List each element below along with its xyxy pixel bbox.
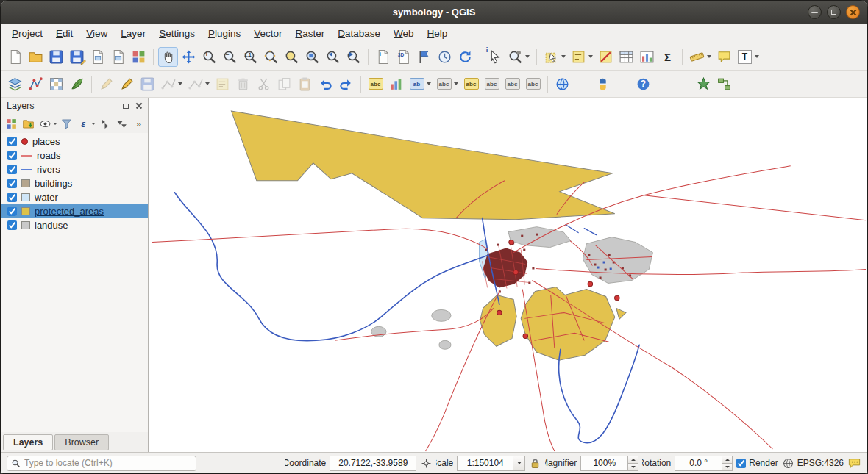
graphical-modeler-icon[interactable] [714,74,734,94]
save-project-icon[interactable] [46,47,66,67]
layer-checkbox-buildings[interactable] [7,179,17,188]
layer-labeling-icon[interactable]: abc [366,74,385,94]
layer-diagram-icon[interactable] [386,74,406,94]
highlight-pinned-labels-icon[interactable]: abc [461,74,481,94]
extents-toggle-icon[interactable] [420,457,433,470]
layer-name-places[interactable]: places [32,136,60,147]
menu-vector[interactable]: Vector [247,26,288,41]
rotation-spinbox[interactable] [675,456,733,471]
layer-name-buildings[interactable]: buildings [35,178,72,189]
map-themes-caret-icon[interactable] [53,123,57,125]
scale-dropdown-icon[interactable] [513,456,525,471]
layer-row-rivers[interactable]: rivers [1,162,148,176]
close-panel-icon[interactable] [134,101,144,111]
open-layer-styling-icon[interactable] [4,115,19,132]
labeling-options-caret-icon[interactable] [427,82,431,85]
layer-checkbox-roads[interactable] [7,151,17,160]
select-by-value-caret-icon[interactable] [588,55,593,58]
measure-icon[interactable] [687,47,707,67]
layer-name-water[interactable]: water [35,192,58,203]
coordinate-input[interactable] [330,456,416,471]
map-tips-icon[interactable] [714,47,734,67]
map-canvas[interactable] [149,98,867,452]
new-map-view-icon[interactable]: + [373,47,393,67]
close-button[interactable] [846,5,860,19]
vertex-tool-icon[interactable] [185,74,205,94]
pin-labels-caret-icon[interactable] [454,82,458,85]
rotation-up-icon[interactable] [722,456,733,464]
toolbar-overflow-icon[interactable]: » [132,118,145,129]
menu-view[interactable]: View [79,26,114,41]
help-contents-icon[interactable]: ? [633,74,653,94]
change-label-icon[interactable]: abc [523,74,543,94]
magnifier-up-icon[interactable] [627,456,638,464]
modify-attributes-icon[interactable] [213,74,232,94]
layer-row-roads[interactable]: roads [1,148,148,162]
layer-checkbox-water[interactable] [7,193,17,202]
paste-features-icon[interactable] [295,74,315,94]
menu-database[interactable]: Database [331,26,387,41]
new-3d-map-view-icon[interactable]: 3D [394,47,413,67]
save-project-as-icon[interactable] [67,47,87,67]
magnifier-input[interactable] [580,456,627,471]
filter-legend-icon[interactable] [59,115,74,132]
layer-name-landuse[interactable]: landuse [35,220,68,231]
add-mesh-layer-icon[interactable] [67,74,87,94]
add-raster-layer-icon[interactable] [46,74,66,94]
temporal-controller-icon[interactable] [435,47,455,67]
menu-help[interactable]: Help [421,26,455,41]
add-group-icon[interactable] [21,115,36,132]
vertex-tool-caret-icon[interactable] [205,82,210,85]
move-label-icon[interactable]: abc [482,74,502,94]
zoom-full-icon[interactable] [261,47,281,67]
data-source-manager-icon[interactable] [5,74,25,94]
layer-checkbox-rivers[interactable] [7,165,17,174]
style-manager-icon[interactable] [129,47,149,67]
open-attribute-table-icon[interactable] [616,47,636,67]
processing-toolbox-icon[interactable] [694,74,714,94]
cut-features-icon[interactable] [254,74,274,94]
select-features-caret-icon[interactable] [561,55,566,58]
layer-row-water[interactable]: water [1,190,148,204]
zoom-out-icon[interactable]: − [220,47,240,67]
select-features-icon[interactable] [541,47,561,67]
tab-browser[interactable]: Browser [54,434,109,450]
zoom-to-layer-icon[interactable] [302,47,322,67]
metasearch-icon[interactable] [552,74,572,94]
minimize-button[interactable] [808,5,822,19]
layer-name-rivers[interactable]: rivers [37,164,60,175]
new-project-icon[interactable] [5,47,25,67]
copy-features-icon[interactable] [274,74,294,94]
menu-layer[interactable]: Layer [114,26,152,41]
collapse-all-icon[interactable] [114,115,129,132]
magnifier-down-icon[interactable] [627,464,638,471]
layer-row-buildings[interactable]: buildings [1,176,148,190]
crs-status[interactable]: EPSG:4326 [782,457,844,470]
layer-row-landuse[interactable]: landuse [1,218,148,232]
identify-features-icon[interactable]: i [485,47,505,67]
menu-project[interactable]: Project [5,26,49,41]
magnifier-spinbox[interactable] [580,456,638,471]
zoom-to-selection-icon[interactable] [282,47,302,67]
layer-name-protected-areas[interactable]: protected_areas [35,206,104,217]
rotation-down-icon[interactable] [722,464,733,471]
render-toggle[interactable]: Render [736,458,778,468]
feature-action-caret-icon[interactable] [525,55,530,58]
statistical-summary-icon[interactable]: Σ [658,47,677,67]
layout-manager-icon[interactable] [108,47,128,67]
zoom-native-icon[interactable]: 1:1 [241,47,260,67]
digitize-with-segment-icon[interactable] [158,74,178,94]
select-by-value-icon[interactable] [569,47,588,67]
tab-layers[interactable]: Layers [3,434,53,450]
deselect-features-icon[interactable] [596,47,616,67]
add-vector-layer-icon[interactable] [26,74,46,94]
zoom-next-icon[interactable] [344,47,363,67]
python-console-icon[interactable] [593,74,613,94]
undo-icon[interactable] [316,74,335,94]
zoom-in-icon[interactable]: + [199,47,219,67]
layer-checkbox-landuse[interactable] [7,220,17,230]
menu-edit[interactable]: Edit [49,26,79,41]
scale-combo[interactable] [457,456,525,471]
pan-map-icon[interactable] [158,47,178,67]
expression-caret-icon[interactable] [91,123,96,125]
